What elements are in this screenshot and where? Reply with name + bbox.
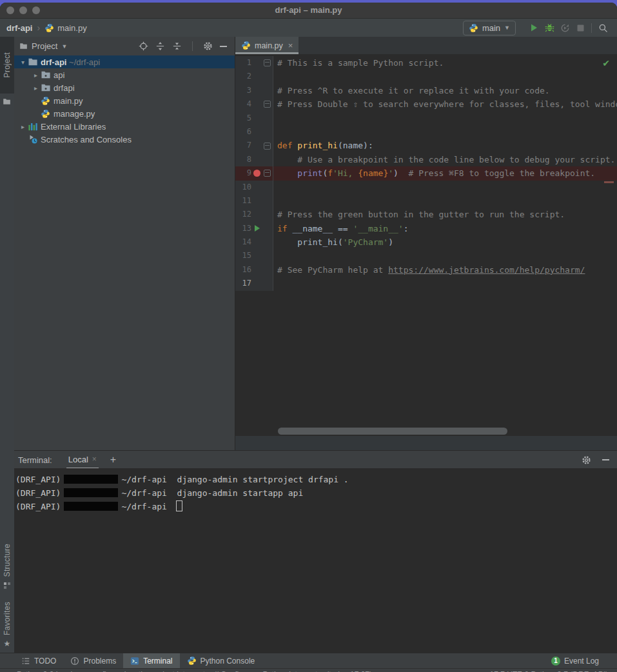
- code-area[interactable]: 1# This is a sample Python script.23# Pr…: [235, 54, 617, 291]
- tool-window-button-terminal[interactable]: Terminal: [123, 653, 179, 668]
- inspection-ok-icon[interactable]: ✔: [602, 58, 610, 68]
- minimize-window-icon[interactable]: [19, 6, 27, 14]
- tool-window-button-problems[interactable]: Problems: [63, 653, 123, 668]
- code-line-5[interactable]: 5: [235, 112, 617, 125]
- tool-window-button-python-console[interactable]: Python Console: [180, 653, 262, 668]
- code-line-6[interactable]: 6: [235, 125, 617, 139]
- tool-window-button-todo[interactable]: TODO: [14, 653, 63, 668]
- tree-item-drf-api[interactable]: ▾drf-api ~/drf-api: [14, 55, 235, 68]
- fold-marker-icon[interactable]: [262, 170, 271, 177]
- tree-item-api[interactable]: ▸api: [14, 68, 235, 81]
- tree-item-manage-py[interactable]: manage.py: [14, 107, 235, 120]
- chevron-right-icon[interactable]: ▸: [31, 84, 41, 92]
- tree-item-scratches-and-consoles[interactable]: Scratches and Consoles: [14, 133, 235, 146]
- code-line-4[interactable]: 4# Press Double ⇧ to search everywhere f…: [235, 97, 617, 111]
- gutter-line-3[interactable]: 3: [235, 84, 273, 97]
- terminal-cursor[interactable]: [176, 500, 182, 511]
- horizontal-scrollbar[interactable]: [278, 428, 507, 435]
- breadcrumb-file[interactable]: main.py: [57, 23, 87, 33]
- gear-icon[interactable]: [582, 455, 591, 465]
- event-log-button[interactable]: 1Event Log: [551, 653, 617, 668]
- gutter-line-11[interactable]: 11: [235, 194, 273, 208]
- code-line-10[interactable]: 10: [235, 181, 617, 194]
- close-tab-icon[interactable]: ×: [92, 455, 97, 464]
- chevron-down-icon[interactable]: ▾: [18, 59, 28, 66]
- project-tool-icon[interactable]: [3, 97, 11, 108]
- gutter-line-6[interactable]: 6: [235, 125, 273, 139]
- run-configuration-select[interactable]: main ▼: [463, 21, 516, 35]
- gutter-line-1[interactable]: 1: [235, 56, 273, 70]
- tree-item-external-libraries[interactable]: ▸External Libraries: [14, 120, 235, 133]
- hide-panel-icon[interactable]: [602, 459, 609, 460]
- terminal-tab-local[interactable]: Local ×: [66, 451, 99, 469]
- navigation-bar: drf-api › main.py main ▼: [0, 19, 617, 37]
- code-text: # This is a sample Python script.: [273, 56, 444, 70]
- debug-icon[interactable]: [542, 21, 557, 35]
- search-everywhere-icon[interactable]: [595, 21, 611, 35]
- code-line-8[interactable]: 8 # Use a breakpoint in the code line be…: [235, 153, 617, 166]
- expand-all-icon[interactable]: [155, 41, 165, 51]
- code-text: print_hi('PyCharm'): [273, 235, 393, 249]
- terminal-output[interactable]: (DRF_API)~/drf-api django-admin startpro…: [14, 468, 617, 657]
- code-line-1[interactable]: 1# This is a sample Python script.: [235, 56, 617, 70]
- close-tab-icon[interactable]: ×: [288, 41, 293, 50]
- breakpoint-icon[interactable]: [251, 170, 262, 177]
- code-line-17[interactable]: 17: [235, 277, 617, 290]
- code-line-11[interactable]: 11: [235, 194, 617, 208]
- code-text: # See PyCharm help at https://www.jetbra…: [273, 263, 585, 277]
- code-line-13[interactable]: 13if __name__ == '__main__':: [235, 222, 617, 235]
- tree-item-label: Scratches and Consoles: [41, 135, 132, 144]
- zoom-window-icon[interactable]: [32, 6, 40, 14]
- hide-panel-icon[interactable]: [220, 46, 227, 47]
- gutter-line-4[interactable]: 4: [235, 97, 273, 111]
- code-line-15[interactable]: 15: [235, 249, 617, 262]
- code-line-12[interactable]: 12# Press the green button in the gutter…: [235, 208, 617, 221]
- fold-marker-icon[interactable]: [262, 59, 271, 66]
- gutter-line-17[interactable]: 17: [235, 277, 273, 290]
- code-line-7[interactable]: 7def print_hi(name):: [235, 139, 617, 152]
- gutter-line-10[interactable]: 10: [235, 181, 273, 194]
- fold-marker-icon[interactable]: [262, 101, 271, 108]
- close-window-icon[interactable]: [6, 6, 14, 14]
- code-line-16[interactable]: 16# See PyCharm help at https://www.jetb…: [235, 263, 617, 277]
- locate-icon[interactable]: [139, 41, 148, 51]
- gutter-line-2[interactable]: 2: [235, 70, 273, 83]
- code-line-14[interactable]: 14 print_hi('PyCharm'): [235, 235, 617, 249]
- gutter-line-8[interactable]: 8: [235, 153, 273, 166]
- fold-marker-icon[interactable]: [262, 143, 271, 150]
- stripe-button-project[interactable]: Project: [0, 37, 14, 94]
- line-number: 1: [235, 56, 251, 70]
- collapse-all-icon[interactable]: [172, 41, 182, 51]
- gear-icon[interactable]: [203, 41, 213, 51]
- stripe-button-structure[interactable]: Structure: [0, 544, 14, 597]
- tree-item-path: ~/drf-api: [66, 57, 100, 67]
- chevron-down-icon[interactable]: ▼: [61, 43, 67, 50]
- chevron-right-icon[interactable]: ▸: [31, 72, 41, 79]
- run-icon[interactable]: [526, 21, 542, 35]
- run-line-icon[interactable]: [251, 225, 262, 232]
- gutter-line-9[interactable]: 9: [235, 166, 273, 180]
- gutter-line-15[interactable]: 15: [235, 249, 273, 262]
- code-line-9[interactable]: 9 print(f'Hi, {name}') # Press ⌘F8 to to…: [235, 166, 617, 180]
- breadcrumb-project[interactable]: drf-api: [6, 23, 32, 33]
- gutter-line-7[interactable]: 7: [235, 139, 273, 152]
- run-with-coverage-icon[interactable]: [557, 21, 573, 35]
- tree-item-label: drfapi: [54, 83, 75, 93]
- terminal-prompt: (DRF_API): [15, 502, 61, 511]
- gutter-line-5[interactable]: 5: [235, 112, 273, 125]
- editor-tab-main-py[interactable]: main.py ×: [235, 37, 299, 54]
- terminal-path: ~/drf-api: [121, 488, 166, 498]
- code-line-3[interactable]: 3# Press ^R to execute it or replace it …: [235, 84, 617, 97]
- chevron-right-icon[interactable]: ▸: [18, 123, 28, 130]
- new-terminal-session-icon[interactable]: +: [110, 454, 116, 466]
- window-title: drf-api – main.py: [0, 3, 617, 18]
- gutter-line-14[interactable]: 14: [235, 235, 273, 249]
- tree-item-drfapi[interactable]: ▸drfapi: [14, 81, 235, 94]
- tree-item-main-py[interactable]: main.py: [14, 94, 235, 107]
- code-line-2[interactable]: 2: [235, 70, 617, 83]
- gutter-line-16[interactable]: 16: [235, 263, 273, 277]
- gutter-line-13[interactable]: 13: [235, 222, 273, 235]
- stripe-button-favorites[interactable]: Favorites ★: [0, 602, 14, 653]
- gutter-line-12[interactable]: 12: [235, 208, 273, 221]
- project-panel-title[interactable]: Project: [32, 41, 57, 51]
